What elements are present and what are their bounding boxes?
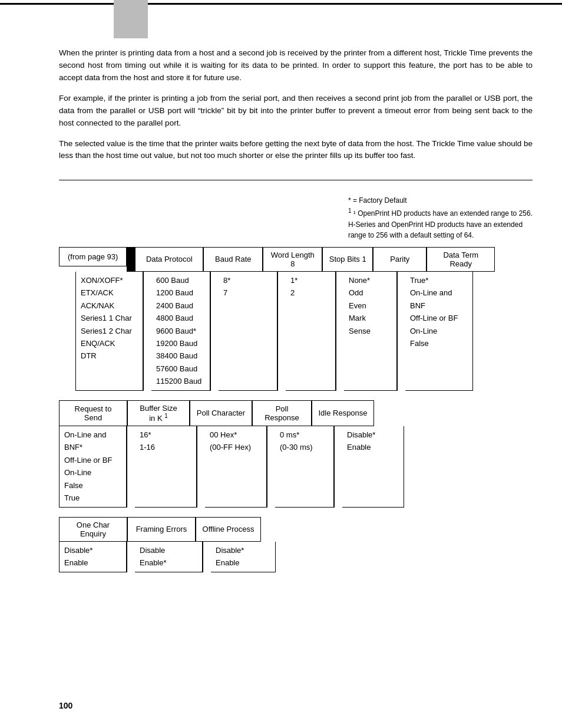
col-vals-data-term-ready: True*On-Line and BNFOff-Line or BFOn-Lin… [405,272,473,391]
col-vals-idle-response: Disable*Enable [342,426,404,508]
diagram-section: * = Factory Default 1 ¹ OpenPrint HD pro… [59,195,533,572]
col-header-request-to-send: Request to Send [59,400,127,426]
col-header-parity: Parity [373,247,427,271]
header-decoration [0,0,562,41]
col-header-data-protocol: Data Protocol [135,247,203,271]
col-vals-parity: None*OddEvenMarkSense [344,272,397,391]
table3-header-row: One Char Enquiry Framing Errors Offline … [59,517,533,542]
header-tab [114,0,148,38]
col-vals-request-to-send: On-Line and BNF*Off-Line or BFOn-LineFal… [59,426,127,508]
col-header-idle-response: Idle Response [312,400,374,426]
col-header-framing-errors: Framing Errors [128,517,196,541]
from-page-box: (from page 93) [59,247,127,266]
table2-header-row: Request to Send Buffer Sizein K 1 Poll C… [59,400,533,426]
col-header-stop-bits: Stop Bits 1 [323,247,373,271]
page: When the printer is printing data from a… [0,0,562,728]
col-vals-buffer-size: 16*1-16 [135,426,197,508]
table2-section: Request to Send Buffer Sizein K 1 Poll C… [59,400,533,508]
footnote-line2: 1 ¹ OpenPrint HD products have an extend… [348,206,533,219]
table2-headers: Request to Send Buffer Sizein K 1 Poll C… [59,400,374,426]
col-vals-poll-response: 0 ms*(0-30 ms) [275,426,334,508]
table2-values-row: On-Line and BNF*Off-Line or BFOn-LineFal… [59,426,533,508]
paragraph-3: The selected value is the time that the … [59,138,533,163]
footnote-line4: range to 256 with a default setting of 6… [348,230,533,241]
col-header-word-length: Word Length 8 [263,247,322,271]
table1-header-row: (from page 93) Data Protocol Baud Rate W… [59,247,533,272]
footnote-line1: * = Factory Default [348,195,533,206]
footnote-line3: H-Series and OpenPrint HD products have … [348,219,533,230]
col-header-poll-character: Poll Character [190,400,252,426]
paragraph-1: When the printer is printing data from a… [59,47,533,84]
table3-values-row: Disable*Enable DisableEnable* Disable*En… [59,542,533,572]
col-vals-data-protocol: XON/XOFF*ETX/ACKACK/NAKSeries1 1 CharSer… [75,272,143,391]
table1-section: (from page 93) Data Protocol Baud Rate W… [59,247,533,391]
header-right-line [147,3,562,5]
col-vals-one-char-enquiry: Disable*Enable [59,542,127,572]
table3-section: One Char Enquiry Framing Errors Offline … [59,517,533,572]
page-number: 100 [59,701,72,710]
main-content: When the printer is printing data from a… [59,47,533,576]
col-header-offline-process: Offline Process [196,517,261,541]
footnote-area: * = Factory Default 1 ¹ OpenPrint HD pro… [348,195,533,241]
col-vals-framing-errors: DisableEnable* [135,542,203,572]
header-left-line [0,3,114,5]
table1-headers: Data Protocol Baud Rate Word Length 8 St… [135,247,495,272]
from-page-col: (from page 93) [59,247,127,272]
col-vals-offline-process: Disable*Enable [211,542,276,572]
col-vals-word-length: 8*7 [219,272,277,391]
table3-headers: One Char Enquiry Framing Errors Offline … [59,517,261,542]
col-vals-stop-bits: 1*2 [286,272,336,391]
col-header-one-char-enquiry: One Char Enquiry [59,517,127,541]
section-divider [59,180,533,180]
paragraph-2: For example, if the printer is printing … [59,93,533,130]
col-header-data-term-ready: Data Term Ready [427,247,495,271]
table1-values-row: XON/XOFF*ETX/ACKACK/NAKSeries1 1 CharSer… [59,272,533,391]
col-header-baud-rate: Baud Rate [204,247,263,271]
col-vals-poll-character: 00 Hex*(00-FF Hex) [205,426,267,508]
col-header-poll-response: Poll Response [253,400,312,426]
col-header-buffer-size: Buffer Sizein K 1 [128,400,190,426]
thick-connector-1 [127,247,135,272]
col-vals-baud-rate: 600 Baud1200 Baud2400 Baud4800 Baud9600 … [151,272,210,391]
